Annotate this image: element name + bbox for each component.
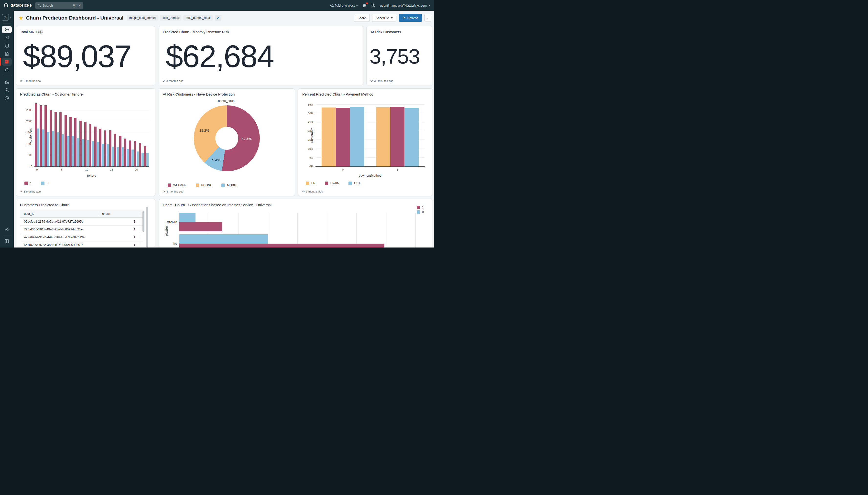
y-tick-label: 500 (28, 154, 32, 157)
sidebar-item-dashboards[interactable] (0, 58, 14, 66)
bar-group-11 (89, 101, 94, 166)
widget-scrollbar[interactable] (147, 207, 148, 248)
bar-series-1 (39, 105, 42, 166)
bar-series-USA (350, 107, 364, 166)
bar-series-1 (129, 140, 131, 166)
help-button[interactable] (371, 3, 376, 7)
refresh-status-icon: ⟳ (302, 190, 305, 193)
hbar-group-android: android (180, 213, 424, 232)
x-axis-label: tenure (34, 174, 149, 177)
refresh-status-icon: ⟳ (163, 190, 165, 193)
hbar-group-ios: ios (180, 234, 424, 248)
more-options-button[interactable]: ⋮ (424, 14, 431, 22)
refresh-status-icon: ⟳ (20, 79, 22, 83)
legend-item-SPAIN[interactable]: SPAIN (325, 182, 339, 185)
bar-group-5 (59, 101, 64, 166)
slice-label-WEBAPP: 52.4% (241, 137, 252, 141)
bar-series-0 (112, 147, 114, 166)
pencil-icon (217, 16, 220, 19)
bar-series-0 (37, 129, 39, 166)
kpi-value: $62,684 (166, 37, 360, 75)
workspace-selector[interactable]: e2-field-eng-west (330, 4, 358, 7)
sidebar-item-query-history[interactable] (0, 94, 14, 102)
databricks-logo[interactable]: databricks (3, 3, 32, 8)
column-header-user-id[interactable]: user_id (20, 211, 98, 216)
sidebar-item-new[interactable] (0, 25, 14, 33)
search-input[interactable]: Search ⌘ + P (35, 2, 83, 9)
widget-internet-service: Chart - Churn - Subscriptions based on I… (158, 199, 433, 248)
bar-series-1 (180, 222, 222, 232)
cell-user-id: 02dcfea3-2379-4e7a-a411-97e727a2695b (20, 220, 102, 223)
legend-item-USA[interactable]: USA (348, 182, 360, 185)
last-updated: 3 months ago (166, 80, 184, 82)
widget-footer: ⟳ 3 months ago (163, 190, 184, 193)
whats-new-button[interactable] (362, 3, 367, 7)
bar-series-1 (80, 121, 82, 166)
tag[interactable]: field_demos_retail (183, 15, 213, 20)
legend-item-WEBAPP[interactable]: WEBAPP (168, 184, 186, 187)
tag[interactable]: mlops_field_demos (127, 15, 158, 20)
bar-series-1 (35, 103, 37, 166)
sidebar-item-data[interactable] (0, 78, 14, 86)
legend-item-1[interactable]: 1 (417, 206, 424, 209)
widget-footer: ⟳ 3 months ago (20, 79, 41, 83)
legend-item-PHONE[interactable]: PHONE (196, 184, 212, 187)
bar-series-1 (139, 143, 141, 166)
bar-group-8 (74, 101, 79, 166)
schedule-button[interactable]: Schedule (372, 14, 396, 22)
favorite-star-icon[interactable] (18, 15, 23, 20)
legend-item-MOBILE[interactable]: MOBILE (221, 184, 239, 187)
notebook-icon (4, 43, 9, 48)
last-updated: 3 months ago (24, 80, 41, 82)
category-label-ios: ios (173, 242, 177, 245)
last-updated: 38 minutes ago (374, 80, 393, 82)
y-tick-label: 1500 (27, 131, 32, 134)
sidebar-item-workflows[interactable] (0, 86, 14, 94)
x-tick-label: 0 (342, 168, 344, 171)
search-icon (38, 4, 41, 7)
bar-series-1 (119, 136, 121, 166)
widget-revenue-risk: Predicted Churn - Monthly Revenue Risk $… (158, 26, 363, 85)
sidebar-item-alerts[interactable] (0, 66, 14, 74)
sidebar-item-sql-editor[interactable] (0, 33, 14, 41)
tag[interactable]: field_demos (160, 15, 181, 20)
query-file-icon (4, 51, 9, 56)
slice-label-PHONE: 38.2% (199, 129, 209, 133)
legend-item-FR[interactable]: FR (306, 182, 316, 185)
bar-series-0 (137, 152, 139, 166)
chart-legend: WEBAPPPHONEMOBILE (168, 184, 239, 187)
sidebar-collapse-button[interactable] (0, 237, 14, 245)
sidebar-item-queries[interactable] (0, 50, 14, 58)
column-header-churn[interactable]: churn (98, 211, 139, 216)
bar-series-1 (89, 124, 92, 166)
bar-group-17 (119, 101, 124, 166)
cell-user-id: 479a64ee-912b-44a6-96ea-6d7a7d07d19e (20, 235, 102, 239)
legend-item-1[interactable]: 1 (24, 182, 32, 185)
sidebar-item-notebooks[interactable] (0, 41, 14, 50)
bar-series-0 (147, 153, 149, 166)
bar-series-0 (72, 136, 74, 166)
bar-group-14 (104, 101, 109, 166)
edit-tags-button[interactable] (215, 15, 221, 21)
table-inner-scrollbar[interactable] (142, 211, 144, 232)
y-tick-label: 15% (308, 138, 313, 141)
refresh-button[interactable]: ⟳ Refresh (399, 14, 422, 22)
tag-list: mlops_field_demos field_demos field_demo… (127, 15, 221, 21)
y-tick-label: 0 (31, 165, 32, 168)
refresh-label: Refresh (407, 16, 418, 20)
bar-series-1 (109, 130, 112, 166)
y-tick-label: 2500 (27, 108, 32, 112)
donut-chart: 52.4%38.2%9.4% (194, 105, 260, 171)
sidebar-item-marketplace[interactable] (0, 225, 14, 233)
legend-item-0[interactable]: 0 (41, 182, 48, 185)
bar-group-1 (39, 101, 44, 166)
user-menu[interactable]: quentin.ambard@databricks.com (380, 4, 430, 7)
y-tick-label: 5% (309, 156, 313, 159)
share-button[interactable]: Share (354, 14, 370, 22)
dashboard-header: Churn Prediction Dashboard - Universal m… (14, 11, 434, 25)
bar-series-0 (82, 139, 84, 166)
widget-title: Customers Predicted to Churn (20, 203, 69, 207)
bar-series-1 (114, 134, 116, 166)
y-tick-label: 0% (309, 165, 313, 168)
workspace-switcher[interactable]: S (0, 13, 14, 21)
